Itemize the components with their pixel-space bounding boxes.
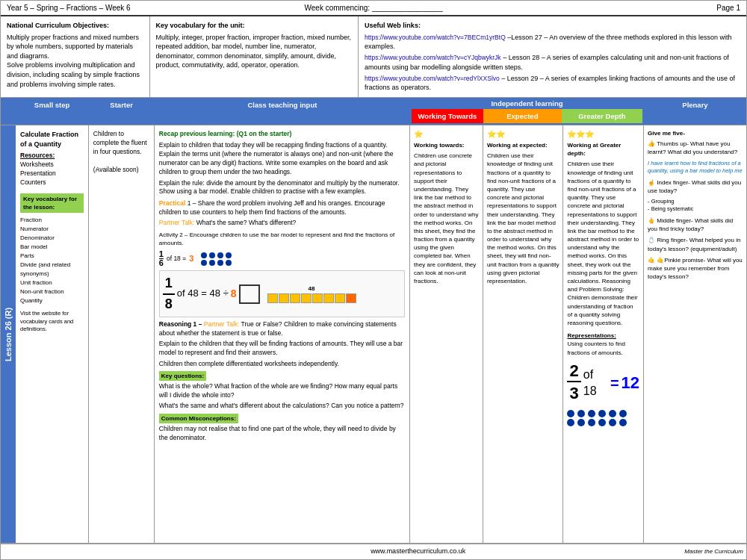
divide-8: 8: [231, 287, 237, 302]
key-vocab-label: Key vocabulary for the lesson:: [20, 193, 84, 213]
vocab-list: Fraction Numerator Denominator Bar model…: [20, 216, 84, 305]
bottom-dots-grid: [567, 410, 639, 426]
vocab-unit: Unit fraction: [20, 279, 84, 287]
dot: [217, 260, 223, 266]
objectives-cell: National Curriculum Objectives: Multiply…: [1, 16, 150, 97]
greater-depth-col: ⭐⭐⭐ Working at Greater depth: Children u…: [563, 125, 644, 543]
starter-text: Children to complete the fluent in four …: [93, 130, 149, 157]
bar-boxes: [267, 293, 356, 303]
col-header-small-step: Small step: [16, 98, 89, 125]
dots-display: [201, 252, 232, 266]
key-questions-section: Key questions: What is the whole? What f…: [159, 371, 405, 411]
plenary-intro: Give me five-: [648, 129, 743, 137]
thumb-icon: 👍: [648, 140, 655, 147]
bar-box-5: [312, 293, 323, 303]
links-cell: Useful Web links: https://www.youtube.co…: [359, 16, 746, 97]
big-frac-18: 1 8: [163, 274, 175, 313]
footer: www.masterthecurriculum.co.uk Master the…: [1, 544, 746, 558]
vocab-parts: Parts: [20, 252, 84, 261]
eq-23: =: [610, 373, 619, 393]
frac-23-num: 2: [567, 361, 580, 382]
working-towards-col: ⭐ Working towards: Children use concrete…: [410, 125, 483, 543]
dot: [201, 252, 207, 258]
working-text: Children use concrete and pictorial repr…: [414, 152, 479, 285]
of-48-text: of 48 = 48 ÷: [177, 287, 229, 300]
link2[interactable]: https://www.youtube.com/watch?v=cYJqbwyk…: [365, 54, 501, 61]
working-title: Working towards:: [414, 141, 479, 149]
header-right: Page 1: [496, 4, 740, 12]
reasoning-section: Reasoning 1 – Partner Talk: True or Fals…: [159, 320, 405, 338]
middle-text: Middle finger- What skills did you find …: [648, 217, 733, 232]
dot: [209, 252, 215, 258]
misconceptions-section: Common Misconceptions: Children may not …: [159, 414, 405, 443]
link3-line: https://www.youtube.com/watch?v=redYlXXS…: [365, 74, 740, 93]
lesson-label: Lesson 26 (R): [1, 125, 16, 543]
ring-icon: 💍: [648, 237, 655, 243]
expected-text: Children use their knowledge of finding …: [487, 152, 560, 285]
bar-box-1: [267, 293, 278, 303]
link1[interactable]: https://www.youtube.com/watch?v=7BECm1yr…: [365, 34, 506, 41]
partner-talk-label: Partner Talk:: [159, 219, 195, 226]
dot: [217, 252, 223, 258]
bar-model-section: 1 8 of 48 = 48 ÷ 8 48: [159, 270, 405, 317]
thumb-text: Thumbs up- What have you learnt? What di…: [648, 140, 737, 155]
expected-col: ⭐⭐ Working at expected: Children use the…: [483, 125, 564, 543]
big-num-1: 1: [163, 274, 175, 294]
index-section: ☝️ Index finger- What skills did you use…: [648, 178, 743, 195]
misconceptions-label: Common Misconceptions:: [159, 414, 238, 423]
bar-box-6: [323, 293, 334, 303]
vocab-numerator: Numerator: [20, 225, 84, 234]
col-header-plenary: Plenary: [644, 98, 746, 125]
representations-section: Representations: Using counters to find …: [567, 332, 639, 357]
partner-text: What's the same? What's different?: [196, 219, 297, 226]
col-header-expected: Expected: [483, 109, 562, 123]
resources-section: Resources: Worksheets Presentation Count…: [20, 152, 84, 187]
bdot-1: [567, 410, 574, 417]
reasoning-partner: Partner Talk:: [204, 320, 240, 328]
small-step-col: Calculate Fraction of a Quantity Resourc…: [16, 125, 89, 543]
of-text: of 18 =: [167, 255, 186, 264]
practical-text: 1 – Share the word problem involving Jef…: [159, 199, 385, 216]
of-text-23: of 18: [583, 367, 608, 400]
pinkie-text: 🤙Pinkie promise- What will you make sure…: [648, 257, 743, 280]
question-1: What is the whole? What fraction of the …: [159, 382, 405, 400]
partner-talk-section: Partner Talk: What's the same? What's di…: [159, 219, 405, 228]
greater-text: Children use their knowledge of finding …: [567, 160, 639, 327]
footer-logo: Master the Curriculum: [684, 548, 743, 555]
greater-title: Working at Greater depth:: [567, 141, 639, 158]
objectives-text: Multiply proper fractions and mixed numb…: [7, 33, 143, 90]
info-row: National Curriculum Objectives: Multiply…: [1, 16, 746, 98]
col-header-teaching: Class teaching input: [155, 98, 410, 125]
small-step-title: Calculate Fraction of a Quantity: [20, 130, 84, 149]
bar-box-8-highlight: [346, 293, 356, 303]
dot: [226, 252, 232, 258]
expected-stars: ⭐⭐: [487, 129, 560, 140]
big-fraction-display: 1 8 of 48 = 48 ÷ 8: [163, 274, 260, 313]
resource-presentation: Presentation: [20, 169, 56, 177]
expected-title: Working at expected:: [487, 141, 560, 149]
ring-section: 💍 Ring finger- What helped you in today'…: [648, 236, 743, 252]
middle-section: 🖕 Middle finger- What skills did you fin…: [648, 217, 743, 233]
answer-3: 3: [189, 253, 193, 264]
bar-box-2: [279, 293, 289, 303]
dot: [226, 260, 232, 266]
bdot-2: [577, 410, 585, 417]
link3[interactable]: https://www.youtube.com/watch?v=redYlXXS…: [365, 75, 500, 82]
answer-box-blank: [239, 284, 260, 304]
independent-text: Children then complete differentiated wo…: [159, 360, 405, 369]
reasoning-label: Reasoning 1 –: [159, 320, 202, 328]
bar-box-3: [290, 293, 300, 303]
index-text: Index finger- What skills did you use to…: [648, 179, 741, 194]
inline-frac-16: 1 6: [159, 250, 164, 267]
ans-23: 12: [622, 372, 639, 395]
vocab-cell: Key vocabulary for the unit: Multiply, i…: [150, 16, 359, 97]
rep-text: Using counters to find fractions of amou…: [567, 340, 624, 355]
fraction-example-line: Activity 2 – Encourage children to use t…: [159, 231, 405, 247]
bdot-10: [598, 419, 606, 426]
teaching-rule: Explain the rule: divide the amount by t…: [159, 179, 405, 197]
big-den-8: 8: [163, 295, 175, 314]
links-title: Useful Web links:: [365, 21, 740, 31]
resource-counters: Counters: [20, 178, 46, 186]
link2-line: https://www.youtube.com/watch?v=cYJqbwyk…: [365, 53, 740, 72]
vocab-denominator: Denominator: [20, 234, 84, 243]
